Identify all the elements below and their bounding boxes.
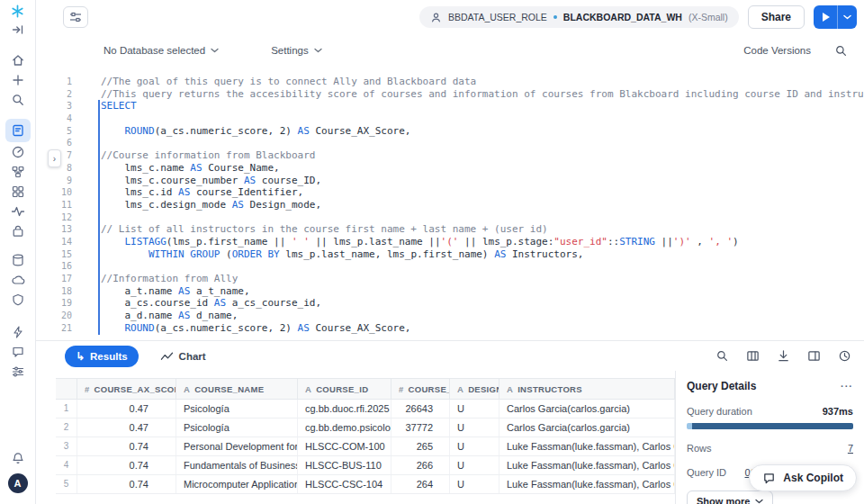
show-more-button[interactable]: Show more <box>687 490 773 504</box>
code-line[interactable]: 19 a_cs.course_id AS a_cs_course_id, <box>36 297 864 310</box>
share-button[interactable]: Share <box>748 5 805 29</box>
code-line[interactable]: 10 lms_c.id AS course_Identifier, <box>36 186 864 199</box>
column-header[interactable]: AINSTRUCTORS <box>500 379 675 399</box>
table-row[interactable]: 30.74Personal Development for ColHLSCC-C… <box>56 437 675 456</box>
code-line[interactable]: 5 ROUND(a_cs.numeric_score, 2) AS Course… <box>36 125 864 138</box>
code-line[interactable]: 3SELECT <box>36 100 864 112</box>
dashboards-icon[interactable] <box>5 142 31 162</box>
rows-count-link[interactable]: 7 <box>848 443 853 454</box>
create-icon[interactable] <box>5 70 31 90</box>
table-cell[interactable]: 0.47 <box>77 418 176 436</box>
split-view-icon[interactable] <box>807 349 821 363</box>
table-cell[interactable]: Luke Fassman(luke.fassman), Carlos Garci… <box>500 456 675 474</box>
notifications-icon[interactable] <box>5 448 31 468</box>
data-icon[interactable] <box>5 250 31 270</box>
code-versions-link[interactable]: Code Versions <box>743 45 811 56</box>
settings-dropdown[interactable]: Settings <box>271 45 322 56</box>
ask-copilot-button[interactable]: Ask Copilot <box>749 464 857 491</box>
table-row[interactable]: 40.74Fundamentals of BusinessHLSCC-BUS-1… <box>56 456 675 475</box>
code-line[interactable]: 4 <box>36 112 864 125</box>
table-cell[interactable]: Fundamentals of Business <box>176 456 298 474</box>
tab-chart[interactable]: Chart <box>160 350 206 362</box>
worksheets-icon[interactable] <box>5 119 31 142</box>
table-cell[interactable]: U <box>450 418 500 436</box>
code-line[interactable]: 9 lms_c.course_number AS course_ID, <box>36 175 864 187</box>
automation-icon[interactable] <box>5 322 31 342</box>
run-query-button[interactable] <box>814 5 837 29</box>
table-row[interactable]: 20.47Psicologíacg.bb.demo.psicologia3777… <box>56 418 675 437</box>
table-cell[interactable]: Luke Fassman(luke.fassman), Carlos Garci… <box>500 437 675 455</box>
database-selector[interactable]: No Database selected <box>104 45 219 56</box>
editor-search-icon[interactable] <box>834 44 848 58</box>
code-line[interactable]: 16 <box>36 260 864 273</box>
activity-icon[interactable] <box>5 202 31 221</box>
code-line[interactable]: 12 <box>36 212 864 224</box>
code-line[interactable]: 2//This query returns the accesibility s… <box>36 88 864 101</box>
table-cell[interactable]: cg.bb.demo.psicologia <box>298 418 392 436</box>
code-line[interactable]: 11 lms_c.design_mode AS Design_mode, <box>36 199 864 212</box>
copilot-sidebar-icon[interactable] <box>5 342 31 362</box>
table-cell[interactable]: 0.74 <box>77 437 176 455</box>
table-cell[interactable]: cg.bb.duoc.rfi.2025 <box>298 400 392 418</box>
code-line[interactable]: 20 a_d.name AS d_name, <box>36 310 864 322</box>
column-header[interactable]: ADESIGN_ <box>450 379 500 399</box>
code-line[interactable]: 13// List of all instructors in the cour… <box>36 223 864 236</box>
governance-icon[interactable] <box>5 290 31 310</box>
marketplace-icon[interactable] <box>5 221 31 241</box>
column-header[interactable]: #COURSE_AX_SCOR <box>77 379 176 399</box>
table-cell[interactable]: U <box>450 475 500 493</box>
table-cell[interactable]: Carlos Garcia(carlos.garcia) <box>500 418 675 436</box>
table-cell[interactable]: HLSCC-COM-100 <box>298 437 392 455</box>
table-cell[interactable]: U <box>450 400 500 418</box>
table-cell[interactable]: 265 <box>392 437 450 455</box>
admin-icon[interactable] <box>5 362 31 382</box>
column-header[interactable]: ACOURSE_NAME <box>176 379 298 399</box>
snowflake-logo[interactable] <box>5 2 31 20</box>
table-cell[interactable]: Luke Fassman(luke.fassman), Carlos Garci… <box>500 475 675 493</box>
home-icon[interactable] <box>5 50 31 70</box>
more-options-icon[interactable]: ··· <box>841 381 853 392</box>
run-options-button[interactable] <box>837 5 857 29</box>
code-line[interactable]: 7//Course information from Blackboard <box>36 149 864 162</box>
table-cell[interactable]: 0.74 <box>77 475 176 493</box>
ingestion-icon[interactable] <box>5 270 31 290</box>
table-cell[interactable]: Carlos Garcia(carlos.garcia) <box>500 400 675 418</box>
history-icon[interactable] <box>838 349 851 363</box>
code-line[interactable]: 6 <box>36 137 864 149</box>
table-cell[interactable]: 0.47 <box>77 400 176 418</box>
table-cell[interactable]: Psicología <box>176 418 298 436</box>
search-results-icon[interactable] <box>716 349 729 363</box>
tab-results[interactable]: ↳ Results <box>65 346 139 367</box>
table-row[interactable]: 10.47Psicologíacg.bb.duoc.rfi.202526643U… <box>56 400 675 418</box>
code-line[interactable]: 8 lms_c.name AS Course_Name, <box>36 162 864 175</box>
table-cell[interactable]: 26643 <box>392 400 450 418</box>
search-icon[interactable] <box>5 90 31 110</box>
worksheet-flow-button[interactable] <box>63 6 88 28</box>
table-cell[interactable]: 0.74 <box>77 456 176 474</box>
table-cell[interactable]: Psicología <box>176 400 298 418</box>
download-icon[interactable] <box>777 349 790 363</box>
table-cell[interactable]: Personal Development for Col <box>176 437 298 455</box>
table-cell[interactable]: 264 <box>392 475 450 493</box>
code-line[interactable]: 18 a_t.name AS a_t_name, <box>36 285 864 298</box>
columns-icon[interactable] <box>746 349 760 363</box>
column-header[interactable]: #COURSE_I <box>392 379 450 399</box>
context-selector[interactable]: BBDATA_USER_ROLE BLACKBOARD_DATA_WH (X-S… <box>419 6 739 28</box>
column-header[interactable]: ACOURSE_ID <box>298 379 392 399</box>
table-cell[interactable]: U <box>450 456 500 474</box>
apps-icon[interactable] <box>5 182 31 202</box>
table-cell[interactable]: 266 <box>392 456 450 474</box>
code-line[interactable]: 14 LISTAGG(lms_p.first_name || ' ' || lm… <box>36 236 864 248</box>
code-line[interactable]: 15 WITHIN GROUP (ORDER BY lms_p.last_nam… <box>36 248 864 261</box>
table-row[interactable]: 50.74Microcomputer ApplicationsHLSCC-CSC… <box>56 475 675 494</box>
table-cell[interactable]: HLSCC-BUS-110 <box>298 456 392 474</box>
code-line[interactable]: 1//The goal of this query is to connect … <box>36 76 864 88</box>
table-cell[interactable]: 37772 <box>392 418 450 436</box>
user-avatar[interactable]: A <box>8 473 28 493</box>
table-cell[interactable]: HLSCC-CSC-104 <box>298 475 392 493</box>
panel-expand-handle[interactable]: › <box>48 149 61 167</box>
databases-icon[interactable] <box>5 162 31 182</box>
code-line[interactable]: 21 ROUND(a_cs.numeric_score, 2) AS Cours… <box>36 322 864 335</box>
table-cell[interactable]: Microcomputer Applications <box>176 475 298 493</box>
code-line[interactable]: 17//Information from Ally <box>36 273 864 285</box>
